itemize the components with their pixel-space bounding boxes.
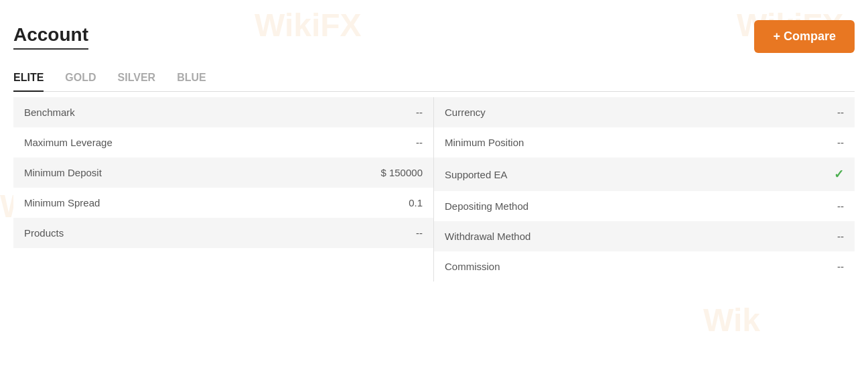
row-label: Supported EA xyxy=(445,169,507,180)
table-row: Minimum Deposit $ 150000 xyxy=(13,158,433,188)
table-row: Commission -- xyxy=(434,251,855,282)
row-label: Products xyxy=(24,227,64,239)
tab-silver[interactable]: SILVER xyxy=(118,72,156,92)
row-value: -- xyxy=(416,227,423,239)
row-label: Withdrawal Method xyxy=(445,231,530,242)
table-row: Depositing Method -- xyxy=(434,191,855,221)
table-row: Currency -- xyxy=(434,97,855,127)
table-row: Withdrawal Method -- xyxy=(434,221,855,251)
table-row: Minimum Position -- xyxy=(434,127,855,158)
compare-button[interactable]: + Compare xyxy=(754,20,855,53)
table-row: Maximum Leverage -- xyxy=(13,127,433,158)
table-row: Products -- xyxy=(13,218,433,248)
tab-elite[interactable]: ELITE xyxy=(13,72,44,92)
row-label: Minimum Deposit xyxy=(24,167,102,178)
row-label: Minimum Spread xyxy=(24,197,100,208)
tab-blue[interactable]: BLUE xyxy=(177,72,206,92)
row-label: Currency xyxy=(445,107,486,118)
row-label: Depositing Method xyxy=(445,200,528,212)
row-value: -- xyxy=(416,107,423,118)
tab-gold[interactable]: GOLD xyxy=(65,72,96,92)
main-container: Account + Compare ELITE GOLD SILVER BLUE… xyxy=(0,0,868,295)
row-label: Minimum Position xyxy=(445,137,524,148)
row-value: $ 150000 xyxy=(380,167,423,178)
left-column: Benchmark -- Maximum Leverage -- Minimum… xyxy=(13,97,434,282)
right-column: Currency -- Minimum Position -- Supporte… xyxy=(434,97,855,282)
page-title: Account xyxy=(13,24,88,50)
row-label: Benchmark xyxy=(24,107,75,118)
tabs-container: ELITE GOLD SILVER BLUE xyxy=(13,72,855,92)
row-value: -- xyxy=(837,231,844,242)
row-value: -- xyxy=(837,261,844,272)
row-value-check: ✓ xyxy=(834,167,844,182)
row-label: Maximum Leverage xyxy=(24,137,113,148)
table-row: Supported EA ✓ xyxy=(434,158,855,191)
row-value: -- xyxy=(837,107,844,118)
row-value: 0.1 xyxy=(409,197,423,208)
row-value: -- xyxy=(416,137,423,148)
row-value: -- xyxy=(837,200,844,212)
table-row: Minimum Spread 0.1 xyxy=(13,188,433,218)
table-row: Benchmark -- xyxy=(13,97,433,127)
row-label: Commission xyxy=(445,261,500,272)
row-value: -- xyxy=(837,137,844,148)
data-table: Benchmark -- Maximum Leverage -- Minimum… xyxy=(13,97,855,282)
header: Account + Compare xyxy=(13,20,855,53)
